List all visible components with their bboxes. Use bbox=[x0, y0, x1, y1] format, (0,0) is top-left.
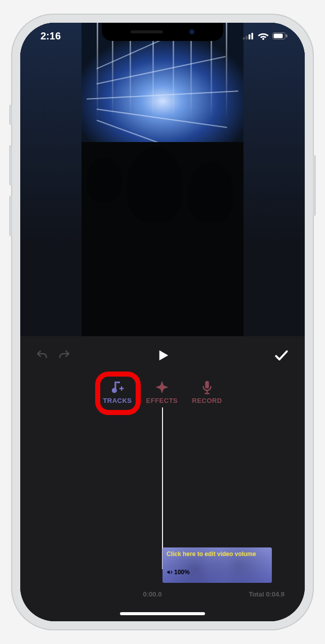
microphone-icon bbox=[199, 380, 215, 395]
speaker-icon bbox=[167, 569, 173, 575]
tab-record-label: RECORD bbox=[192, 397, 222, 404]
video-preview[interactable] bbox=[20, 23, 305, 336]
playhead[interactable] bbox=[162, 407, 163, 569]
svg-rect-10 bbox=[205, 381, 209, 389]
svg-rect-1 bbox=[246, 36, 248, 39]
tab-tracks[interactable]: TRACKS bbox=[103, 380, 132, 404]
status-icons bbox=[243, 32, 288, 40]
clip-volume-label: 100% bbox=[174, 569, 190, 576]
done-button[interactable] bbox=[273, 347, 290, 365]
tab-tracks-label: TRACKS bbox=[103, 397, 132, 404]
home-indicator[interactable] bbox=[120, 612, 205, 615]
svg-point-4 bbox=[262, 38, 264, 40]
silent-switch bbox=[9, 105, 12, 125]
tab-effects[interactable]: EFFECTS bbox=[146, 380, 178, 404]
svg-rect-7 bbox=[286, 34, 288, 37]
clip-hint-label: Click here to edit video volume bbox=[167, 550, 268, 558]
svg-rect-11 bbox=[207, 390, 208, 393]
volume-up-button bbox=[9, 145, 12, 186]
wifi-icon bbox=[258, 32, 269, 40]
redo-button[interactable] bbox=[58, 349, 71, 364]
tabs-bar: TRACKS EFFECTS RECORD bbox=[20, 377, 305, 407]
battery-icon bbox=[272, 32, 288, 39]
svg-rect-0 bbox=[243, 37, 245, 39]
transport-bar bbox=[20, 336, 305, 377]
cellular-icon bbox=[243, 32, 254, 39]
timeline[interactable]: Click here to edit video volume 100% 0:0… bbox=[20, 407, 305, 621]
screen: 2:16 bbox=[20, 23, 305, 621]
tab-effects-label: EFFECTS bbox=[146, 397, 178, 404]
undo-button[interactable] bbox=[35, 349, 49, 364]
clip-volume: 100% bbox=[167, 569, 190, 576]
play-button[interactable] bbox=[155, 348, 170, 365]
status-time: 2:16 bbox=[37, 30, 61, 42]
video-clip[interactable]: Click here to edit video volume 100% bbox=[162, 547, 272, 583]
time-readout: 0:00.0 Total 0:04.9 bbox=[20, 590, 305, 598]
tab-record[interactable]: RECORD bbox=[192, 380, 222, 404]
time-total: Total 0:04.9 bbox=[249, 590, 285, 598]
notch bbox=[102, 23, 223, 41]
phone-frame: 2:16 bbox=[11, 14, 314, 630]
music-plus-icon bbox=[110, 380, 125, 395]
sparkle-icon bbox=[154, 380, 170, 395]
svg-rect-2 bbox=[249, 34, 251, 39]
svg-rect-12 bbox=[205, 393, 210, 394]
svg-rect-6 bbox=[274, 34, 283, 38]
svg-rect-3 bbox=[252, 33, 254, 39]
power-button bbox=[313, 155, 316, 216]
volume-down-button bbox=[9, 196, 12, 236]
time-current: 0:00.0 bbox=[143, 590, 162, 598]
editor-panel: TRACKS EFFECTS RECORD bbox=[20, 336, 305, 621]
svg-rect-9 bbox=[121, 386, 123, 391]
